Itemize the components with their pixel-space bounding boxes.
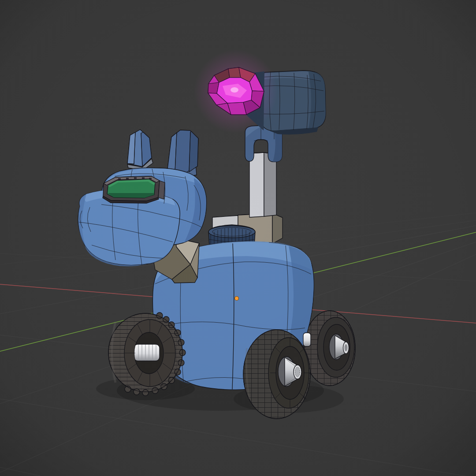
wheel-rear-right[interactable]	[304, 311, 355, 386]
wheel-front-right[interactable]	[243, 330, 311, 419]
green-visor[interactable]	[103, 176, 165, 203]
gem-lens[interactable]	[194, 49, 278, 133]
origin-point[interactable]	[235, 297, 239, 301]
viewport-3d[interactable]	[0, 0, 476, 476]
axle-front-left	[134, 344, 160, 361]
camera-mast[interactable]	[249, 152, 276, 217]
axle-rear-right	[303, 333, 311, 346]
gem-glint	[231, 87, 238, 93]
viewport-canvas[interactable]	[0, 0, 476, 476]
